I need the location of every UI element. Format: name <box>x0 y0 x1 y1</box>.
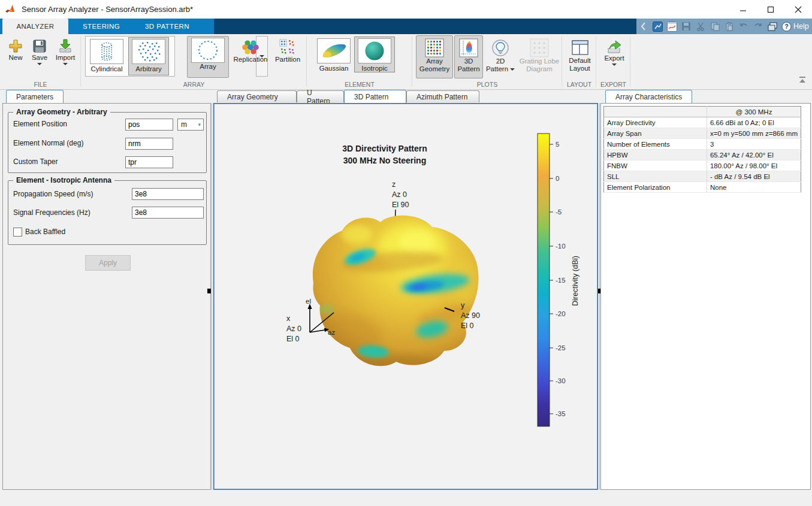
element-position-input[interactable] <box>125 119 173 131</box>
paste-icon <box>724 21 735 32</box>
2d-pattern-plot-icon <box>491 38 510 57</box>
array-geometry-plot-line2: Geometry <box>419 65 450 73</box>
tab-azimuth-pattern-label: Azimuth Pattern <box>416 93 467 101</box>
tab-3d-pattern-plot[interactable]: 3D Pattern <box>344 90 406 103</box>
2d-pattern-plot-line2: Pattern <box>486 65 508 73</box>
2d-pattern-plot-button[interactable]: 2D Pattern <box>484 35 517 78</box>
apply-button[interactable]: Apply <box>85 255 131 271</box>
new-figure-icon[interactable] <box>652 21 663 32</box>
tab-analyzer[interactable]: ANALYZER <box>2 19 68 34</box>
table-row[interactable]: Number of Elements 3 <box>604 139 801 150</box>
table-row[interactable]: FNBW 180.00° Az / 98.00° El <box>604 160 801 171</box>
table-row[interactable]: Array Span x=0 m y=500 mm z=866 mm <box>604 128 801 139</box>
table-row[interactable]: Array Directivity 6.66 dBi at 0 Az; 0 El <box>604 117 801 128</box>
custom-taper-input[interactable] <box>125 156 173 168</box>
cylindrical-label: Cylindrical <box>90 65 122 72</box>
grating-lobe-line1: Grating Lobe <box>520 57 560 65</box>
3d-pattern-plot-button[interactable]: 3D Pattern <box>454 35 483 78</box>
row-label: Array Span <box>604 128 707 139</box>
replication-button[interactable]: Replication <box>231 35 270 80</box>
partition-button[interactable]: Partition <box>271 35 304 80</box>
array-geometry-plot-button[interactable]: Array Geometry <box>416 35 453 78</box>
row-label: Number of Elements <box>604 139 707 150</box>
isotropic-element-button[interactable]: Isotropic <box>354 37 395 72</box>
table-row[interactable]: Element Polarization None <box>604 182 801 193</box>
row-value: 65.24° Az / 42.00° El <box>707 150 801 160</box>
toolbar-overflow-chevron-icon[interactable] <box>638 21 648 32</box>
array-icon <box>191 38 225 63</box>
signal-frequencies-label: Signal Frequencies (Hz) <box>13 208 90 217</box>
left-splitter-handle[interactable] <box>207 289 211 293</box>
export-button[interactable]: Export <box>599 35 630 80</box>
element-position-unit-dropdown[interactable]: m ▾ <box>177 119 204 131</box>
copy-icon <box>710 21 720 32</box>
import-button[interactable]: Import <box>52 35 79 80</box>
table-row[interactable]: HPBW 65.24° Az / 42.00° El <box>604 150 801 160</box>
3d-pattern-plot-icon <box>459 38 478 57</box>
window-title: Sensor Array Analyzer - SensorArraySessi… <box>22 5 193 14</box>
colorbar-tick--5: -5 <box>556 208 562 216</box>
element-group-title: Element - Isotropic Antenna <box>13 176 114 184</box>
left-splitter[interactable] <box>212 103 212 490</box>
signal-frequencies-input[interactable] <box>132 207 204 219</box>
cut-icon <box>695 21 706 32</box>
custom-taper-label: Custom Taper <box>13 157 58 166</box>
z-axis-el-label: El 90 <box>392 201 409 209</box>
help-button[interactable]: ? Help <box>781 22 809 32</box>
arbitrary-label: Arbitrary <box>135 65 161 72</box>
section-array-label: ARRAY <box>81 81 307 88</box>
tab-array-characteristics[interactable]: Array Characteristics <box>605 90 692 103</box>
section-element: Gaussian Isotropic ELEMENT <box>307 34 412 89</box>
table-row[interactable]: SLL - dB Az / 9.54 dB El <box>604 171 801 182</box>
row-value: None <box>707 182 801 193</box>
array-geometry-plot-line1: Array <box>426 57 442 65</box>
close-button[interactable] <box>784 0 812 19</box>
tab-u-pattern[interactable]: U Pattern <box>297 90 344 102</box>
ribbon-tabs: ANALYZER STEERING 3D PATTERN <box>0 19 214 34</box>
propagation-speed-label: Propagation Speed (m/s) <box>13 190 93 198</box>
tab-steering[interactable]: STEERING <box>68 19 134 34</box>
row-label: Element Polarization <box>604 182 707 193</box>
element-group: Element - Isotropic Antenna Propagation … <box>8 180 207 245</box>
grating-lobe-diagram-button: Grating Lobe Diagram <box>518 35 561 78</box>
new-button[interactable]: New <box>4 35 28 80</box>
collapse-ribbon-button[interactable] <box>798 76 808 86</box>
cylindrical-array-button[interactable]: Cylindrical <box>86 37 127 75</box>
window-layout-icon[interactable] <box>767 21 778 32</box>
maximize-button[interactable] <box>757 0 784 19</box>
row-label: SLL <box>604 171 707 182</box>
default-layout-button[interactable]: Default Layout <box>563 35 596 78</box>
plot-figure-icon[interactable] <box>666 21 677 32</box>
workspace: Parameters Array Geometry - Arbitrary El… <box>0 90 812 506</box>
array-button[interactable]: Array <box>187 36 229 78</box>
replication-label: Replication <box>234 56 268 63</box>
tab-array-geometry-plot-label: Array Geometry <box>227 93 278 101</box>
cylindrical-array-icon <box>90 39 123 64</box>
save-button[interactable]: Save <box>28 35 52 80</box>
gaussian-element-button[interactable]: Gaussian <box>313 37 354 72</box>
maximize-icon <box>767 6 774 13</box>
back-baffled-checkbox[interactable] <box>13 228 22 237</box>
export-icon <box>606 39 623 54</box>
pattern-3d-figure-panel: 3D Directivity Pattern 300 MHz No Steeri… <box>213 103 598 490</box>
section-export: Export EXPORT <box>596 34 630 89</box>
element-normal-input[interactable] <box>125 138 173 150</box>
minimize-button[interactable] <box>729 0 757 19</box>
tab-array-geometry-plot[interactable]: Array Geometry <box>217 90 297 102</box>
section-layout: Default Layout LAYOUT <box>562 34 596 89</box>
save-icon <box>681 21 692 32</box>
row-value: - dB Az / 9.54 dB El <box>707 171 801 182</box>
3d-pattern-plot-line1: 3D <box>464 57 473 65</box>
tab-3d-pattern[interactable]: 3D PATTERN <box>134 19 200 34</box>
partition-icon <box>279 39 296 56</box>
propagation-speed-input[interactable] <box>132 188 204 200</box>
arbitrary-array-button[interactable]: Arbitrary <box>128 37 169 75</box>
tab-parameters[interactable]: Parameters <box>6 90 64 103</box>
tab-azimuth-pattern[interactable]: Azimuth Pattern <box>406 90 479 102</box>
tab-array-characteristics-label: Array Characteristics <box>615 93 682 101</box>
sensor-array-analyzer-app: { "window": { "title": "Sensor Array Ana… <box>0 0 812 506</box>
quick-access-toolbar: ? Help <box>636 19 812 34</box>
pattern-3d-figure[interactable]: 3D Directivity Pattern 300 MHz No Steeri… <box>214 104 597 489</box>
replication-icon <box>242 39 259 56</box>
right-splitter[interactable] <box>599 103 600 490</box>
